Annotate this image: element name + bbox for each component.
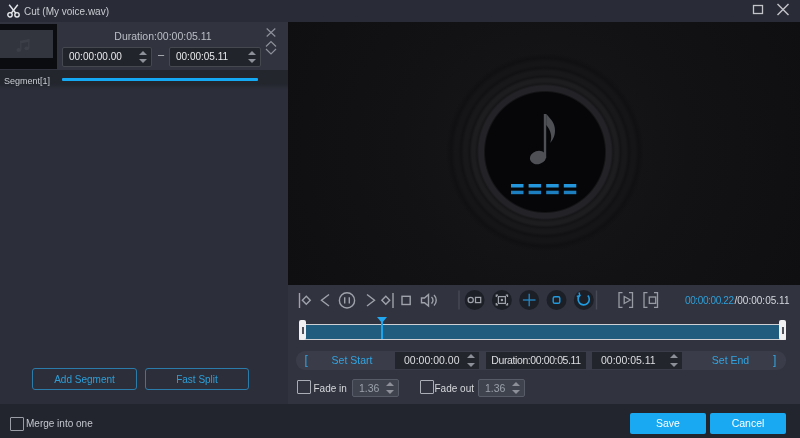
- svg-text:00:00:00.22: 00:00:00.22: [685, 295, 734, 306]
- svg-text:/00:00:05.11: /00:00:05.11: [735, 295, 790, 306]
